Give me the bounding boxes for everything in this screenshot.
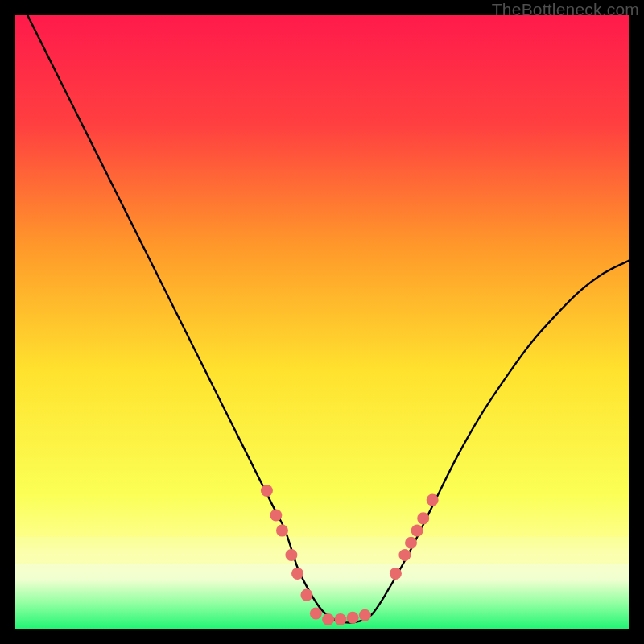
data-point bbox=[398, 549, 411, 561]
data-point bbox=[405, 537, 417, 549]
data-point bbox=[270, 510, 282, 522]
data-point bbox=[390, 568, 402, 580]
data-point bbox=[427, 493, 439, 506]
data-point bbox=[411, 525, 423, 537]
data-point bbox=[322, 613, 334, 625]
gradient-background bbox=[15, 15, 629, 629]
data-point bbox=[300, 589, 312, 601]
data-point bbox=[276, 525, 288, 537]
data-point bbox=[347, 612, 359, 624]
highlight-band bbox=[15, 537, 629, 564]
watermark-text: TheBottleneck.com bbox=[492, 0, 639, 19]
chart-frame bbox=[15, 15, 629, 629]
data-point bbox=[285, 549, 297, 561]
data-point bbox=[310, 607, 322, 619]
bottleneck-chart bbox=[15, 15, 629, 629]
data-point bbox=[417, 512, 429, 524]
data-point bbox=[261, 485, 273, 497]
data-point bbox=[359, 609, 371, 621]
data-point bbox=[291, 568, 303, 580]
data-point bbox=[334, 613, 346, 625]
